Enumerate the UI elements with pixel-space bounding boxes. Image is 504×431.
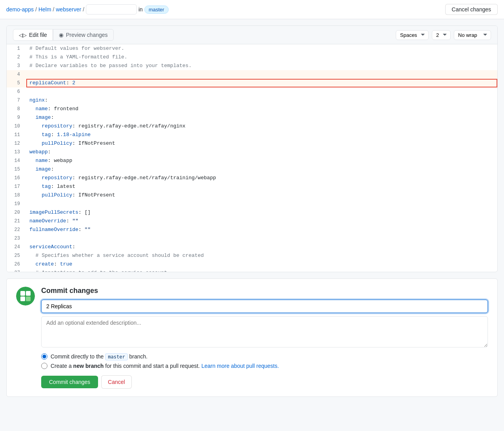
commit-changes-button[interactable]: Commit changes: [41, 376, 98, 388]
line-number: 20: [7, 208, 26, 217]
commit-section: Commit changes 2 Replicas Commit directl…: [6, 278, 498, 397]
line-code[interactable]: imagePullSecrets: []: [26, 208, 497, 217]
line-code[interactable]: serviceAccount:: [26, 243, 497, 251]
line-code[interactable]: image:: [26, 113, 497, 122]
svg-rect-0: [18, 289, 33, 304]
radio-direct-option[interactable]: Commit directly to the master branch.: [41, 353, 488, 360]
table-row: 4: [7, 70, 497, 79]
breadcrumb-helm[interactable]: Helm: [38, 6, 51, 13]
line-code[interactable]: pullPolicy: IfNotPresent: [26, 191, 497, 200]
table-row: 17 tag: latest: [7, 182, 497, 191]
line-code[interactable]: name: frontend: [26, 105, 497, 113]
breadcrumb-webserver[interactable]: webserver: [56, 6, 82, 13]
editor-container: ◁▷ Edit file ◉ Preview changes Spaces Ta…: [6, 25, 498, 272]
table-row: 20imagePullSecrets: []: [7, 208, 497, 217]
line-number: 2: [7, 53, 26, 62]
line-code[interactable]: nameOverride: "": [26, 217, 497, 226]
breadcrumb-demo-apps[interactable]: demo-apps: [6, 6, 34, 13]
line-code[interactable]: fullnameOverride: "": [26, 226, 497, 234]
line-code[interactable]: # Specifies whether a service account sh…: [26, 251, 497, 260]
line-number: 9: [7, 113, 26, 122]
table-row: 8 name: frontend: [7, 105, 497, 113]
table-row: 12 pullPolicy: IfNotPresent: [7, 139, 497, 148]
line-number: 24: [7, 243, 26, 251]
cancel-changes-button[interactable]: Cancel changes: [445, 4, 498, 15]
code-editor[interactable]: 1# Default values for webserver.2# This …: [7, 44, 497, 272]
editor-tabs: ◁▷ Edit file ◉ Preview changes: [13, 29, 114, 41]
wrap-select[interactable]: No wrap Soft wrap: [454, 30, 491, 40]
commit-message-input[interactable]: 2 Replicas: [41, 300, 488, 313]
line-code[interactable]: webapp:: [26, 148, 497, 156]
indent-select[interactable]: 2 4 8: [432, 30, 451, 40]
line-code[interactable]: create: true: [26, 260, 497, 269]
line-number: 25: [7, 251, 26, 260]
line-number: 3: [7, 62, 26, 70]
branch-inline-badge: master: [105, 353, 127, 360]
breadcrumb: demo-apps / Helm / webserver / values.ya…: [6, 4, 169, 15]
line-number: 6: [7, 87, 26, 96]
line-number: 5: [7, 79, 26, 87]
commit-actions: Commit changes Cancel: [41, 375, 488, 389]
table-row: 15 image:: [7, 165, 497, 174]
line-code[interactable]: # Default values for webserver.: [26, 44, 497, 53]
cancel-commit-button[interactable]: Cancel: [101, 375, 132, 389]
tab-edit-file[interactable]: ◁▷ Edit file: [13, 29, 53, 41]
radio-new-branch-option[interactable]: Create a new branch for this commit and …: [41, 363, 488, 369]
avatar-image: [16, 287, 35, 306]
line-number: 8: [7, 105, 26, 113]
table-row: 2# This is a YAML-formatted file.: [7, 53, 497, 62]
line-code[interactable]: # Declare variables to be passed into yo…: [26, 62, 497, 70]
line-number: 1: [7, 44, 26, 53]
line-code[interactable]: image:: [26, 165, 497, 174]
line-code[interactable]: [26, 70, 497, 79]
line-code[interactable]: replicaCount: 2: [26, 79, 497, 87]
tab-preview-changes[interactable]: ◉ Preview changes: [53, 29, 114, 41]
line-number: 18: [7, 191, 26, 200]
line-number: 21: [7, 217, 26, 226]
table-row: 18 pullPolicy: IfNotPresent: [7, 191, 497, 200]
table-row: 11 tag: 1.18-alpine: [7, 131, 497, 139]
line-code[interactable]: tag: 1.18-alpine: [26, 131, 497, 139]
svg-rect-3: [20, 296, 25, 301]
edit-file-label: Edit file: [29, 32, 47, 38]
table-row: 14 name: webapp: [7, 156, 497, 165]
table-row: 16 repository: registry.rafay-edge.net/r…: [7, 174, 497, 182]
editor-toolbar: ◁▷ Edit file ◉ Preview changes Spaces Ta…: [7, 26, 497, 44]
commit-form: Commit changes 2 Replicas Commit directl…: [41, 287, 488, 389]
line-code[interactable]: [26, 200, 497, 208]
line-number: 23: [7, 234, 26, 243]
editor-options: Spaces Tabs 2 4 8 No wrap Soft wrap: [396, 30, 491, 40]
line-number: 26: [7, 260, 26, 269]
line-code[interactable]: name: webapp: [26, 156, 497, 165]
learn-more-link[interactable]: Learn more about pull requests.: [201, 363, 279, 369]
spaces-select[interactable]: Spaces Tabs: [396, 30, 429, 40]
breadcrumb-sep-2: /: [53, 6, 55, 13]
line-code[interactable]: [26, 234, 497, 243]
radio-new-branch-input[interactable]: [41, 363, 47, 369]
table-row: 5replicaCount: 2: [7, 79, 497, 87]
line-number: 12: [7, 139, 26, 148]
line-code[interactable]: repository: registry.rafay-edge.net/rafa…: [26, 122, 497, 131]
line-code[interactable]: # Annotations to add to the service acco…: [26, 269, 497, 272]
line-code[interactable]: nginx:: [26, 96, 497, 105]
table-row: 25 # Specifies whether a service account…: [7, 251, 497, 260]
line-number: 16: [7, 174, 26, 182]
line-code[interactable]: pullPolicy: IfNotPresent: [26, 139, 497, 148]
commit-description-textarea[interactable]: [41, 316, 488, 347]
line-code[interactable]: repository: registry.rafay-edge.net/rafa…: [26, 174, 497, 182]
line-code[interactable]: [26, 87, 497, 96]
table-row: 3# Declare variables to be passed into y…: [7, 62, 497, 70]
table-row: 6: [7, 87, 497, 96]
line-code[interactable]: tag: latest: [26, 182, 497, 191]
table-row: 7nginx:: [7, 96, 497, 105]
line-number: 27: [7, 269, 26, 272]
filename-input[interactable]: values.yaml: [86, 4, 137, 15]
table-row: 13webapp:: [7, 148, 497, 156]
radio-direct-input[interactable]: [41, 353, 47, 360]
table-row: 1# Default values for webserver.: [7, 44, 497, 53]
line-number: 7: [7, 96, 26, 105]
line-code[interactable]: # This is a YAML-formatted file.: [26, 53, 497, 62]
preview-icon: ◉: [59, 32, 64, 38]
code-editor-wrapper: 1# Default values for webserver.2# This …: [7, 44, 497, 272]
table-row: 19: [7, 200, 497, 208]
